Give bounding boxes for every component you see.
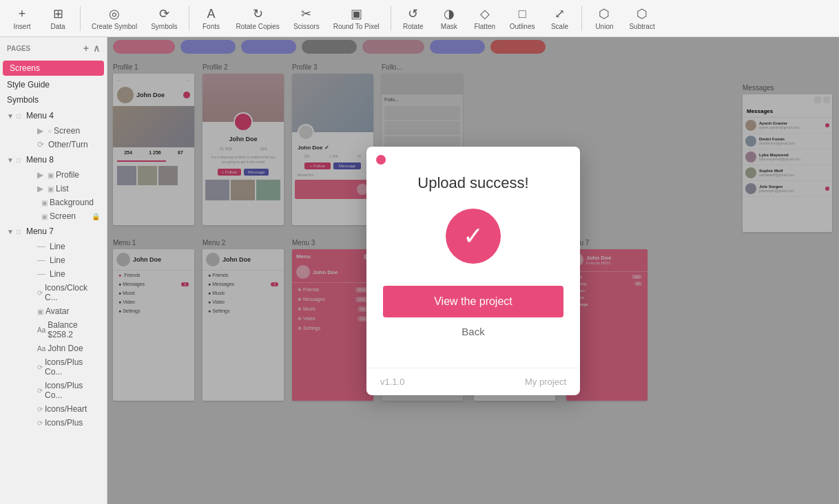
divider-1 xyxy=(80,6,81,31)
fonts-icon: A xyxy=(207,7,215,21)
page-icon: □ xyxy=(17,112,21,120)
flatten-icon: ◇ xyxy=(480,6,490,21)
symbols-button[interactable]: ⟳ Symbols xyxy=(145,3,183,33)
version-label: v1.1.0 xyxy=(380,377,404,387)
outlines-icon: □ xyxy=(519,7,526,21)
menu8-label: Menu 8 xyxy=(26,155,54,165)
subtract-icon: ⬡ xyxy=(636,6,648,21)
pages-label: PAGES xyxy=(7,45,30,52)
mask-button[interactable]: ◑ Mask xyxy=(433,3,466,33)
scissors-icon: ✂ xyxy=(301,6,311,21)
sidebar-item-list[interactable]: ▶ ▣ List xyxy=(12,182,107,196)
sidebar-item-icons-heart[interactable]: ⟳ Icons/Heart xyxy=(12,402,107,416)
pages-actions: + ∧ xyxy=(83,43,100,54)
pages-header: PAGES + ∧ xyxy=(0,37,107,59)
scale-button[interactable]: ⤢ Scale xyxy=(543,3,576,33)
rotate-copies-icon: ↻ xyxy=(253,6,263,21)
dash-icon: ▶ xyxy=(37,126,43,136)
union-icon: ⬡ xyxy=(599,6,610,21)
data-button[interactable]: ⊞ Data xyxy=(41,3,74,33)
project-label: My project xyxy=(525,377,566,387)
sidebar-item-screens[interactable]: Screens xyxy=(3,61,104,76)
rotate-button[interactable]: ↺ Rotate xyxy=(397,3,430,33)
collapse-pages-button[interactable]: ∧ xyxy=(93,43,100,54)
check-icon: ✓ xyxy=(463,222,484,251)
divider-3 xyxy=(391,6,391,31)
modal-body: Upload success! ✓ View the project Back xyxy=(366,147,580,368)
divider-2 xyxy=(189,6,189,31)
sidebar-item-line2[interactable]: — Line xyxy=(12,253,107,267)
flatten-button[interactable]: ◇ Flatten xyxy=(468,3,501,33)
union-button[interactable]: ⬡ Union xyxy=(588,3,621,33)
outlines-button[interactable]: □ Outlines xyxy=(504,4,541,33)
sidebar-item-screen[interactable]: ▶ ○ Screen xyxy=(12,124,107,138)
create-symbol-icon: ◎ xyxy=(109,6,120,21)
modal-dialog: Upload success! ✓ View the project Back … xyxy=(366,147,580,395)
symbols-icon: ⟳ xyxy=(159,6,169,21)
sidebar-group-menu8[interactable]: ▼ □ Menu 8 xyxy=(0,151,107,168)
view-project-button[interactable]: View the project xyxy=(383,286,563,317)
scale-icon: ⤢ xyxy=(555,6,565,21)
round-to-pixel-icon: ▣ xyxy=(351,6,362,21)
insert-button[interactable]: + Insert xyxy=(6,4,39,33)
sidebar: PAGES + ∧ Screens Style Guide Symbols ▼ … xyxy=(0,37,107,504)
sidebar-group-menu7[interactable]: ▼ □ Menu 7 xyxy=(0,223,107,240)
page-icon-3: □ xyxy=(17,228,21,235)
sidebar-group-menu4[interactable]: ▼ □ Menu 4 xyxy=(0,107,107,124)
menu4-label: Menu 4 xyxy=(26,111,54,120)
sidebar-item-icons-plus-co2[interactable]: ⟳ Icons/Plus Co... xyxy=(12,379,107,402)
lock-icon: 🔒 xyxy=(92,213,100,220)
triangle-icon-2: ▼ xyxy=(7,156,14,164)
triangle-icon-3: ▼ xyxy=(7,228,14,235)
sidebar-item-screen2[interactable]: ▣ Screen 🔒 xyxy=(12,209,107,223)
modal-footer: v1.1.0 My project xyxy=(366,368,580,395)
sidebar-item-background[interactable]: ▣ Background xyxy=(12,196,107,209)
sidebar-item-avatar[interactable]: ▣ Avatar xyxy=(12,304,107,318)
main-layout: PAGES + ∧ Screens Style Guide Symbols ▼ … xyxy=(0,37,839,504)
triangle-icon: ▼ xyxy=(7,112,14,120)
back-button[interactable]: Back xyxy=(462,326,484,337)
mask-icon: ◑ xyxy=(444,6,455,21)
sidebar-item-john-doe[interactable]: Aa John Doe xyxy=(12,342,107,355)
sidebar-item-symbols[interactable]: Symbols xyxy=(0,92,107,107)
rotate-copies-button[interactable]: ↻ Rotate Copies xyxy=(231,3,285,33)
sidebar-item-balance[interactable]: Aa Balance $258.2 xyxy=(12,318,107,342)
fonts-button[interactable]: A Fonts xyxy=(195,4,228,33)
component-icon: ⟳ xyxy=(37,140,44,149)
create-symbol-button[interactable]: ◎ Create Symbol xyxy=(86,3,143,33)
data-icon: ⊞ xyxy=(53,6,63,21)
sidebar-item-line1[interactable]: — Line xyxy=(12,240,107,253)
modal-check-circle: ✓ xyxy=(446,209,501,264)
sidebar-item-icons-plus[interactable]: ⟳ Icons/Plus xyxy=(12,416,107,430)
menu7-label: Menu 7 xyxy=(26,227,54,236)
modal-dot xyxy=(376,155,386,165)
toolbar: + Insert ⊞ Data ◎ Create Symbol ⟳ Symbol… xyxy=(0,0,839,37)
sidebar-item-icons-plus-co1[interactable]: ⟳ Icons/Plus Co... xyxy=(12,355,107,379)
round-to-pixel-button[interactable]: ▣ Round To Pixel xyxy=(328,3,385,33)
insert-icon: + xyxy=(19,7,26,21)
sidebar-item-line3[interactable]: — Line xyxy=(12,267,107,281)
canvas-area[interactable]: Profile 1 ← ··· John Doe xyxy=(107,37,839,504)
sidebar-item-profile[interactable]: ▶ ▣ Profile xyxy=(12,168,107,182)
scissors-button[interactable]: ✂ Scissors xyxy=(288,3,325,33)
rotate-icon: ↺ xyxy=(408,6,418,21)
subtract-button[interactable]: ⬡ Subtract xyxy=(623,3,660,33)
add-page-button[interactable]: + xyxy=(83,43,89,54)
sidebar-item-other-turn[interactable]: ⟳ Other/Turn xyxy=(12,138,107,151)
sidebar-item-icons-clock[interactable]: ⟳ Icons/Clock C... xyxy=(12,281,107,304)
page-icon-2: □ xyxy=(17,156,21,164)
divider-4 xyxy=(581,6,582,31)
modal-overlay[interactable]: Upload success! ✓ View the project Back … xyxy=(107,37,839,504)
sidebar-item-style-guide[interactable]: Style Guide xyxy=(0,77,107,92)
modal-title: Upload success! xyxy=(383,174,563,192)
